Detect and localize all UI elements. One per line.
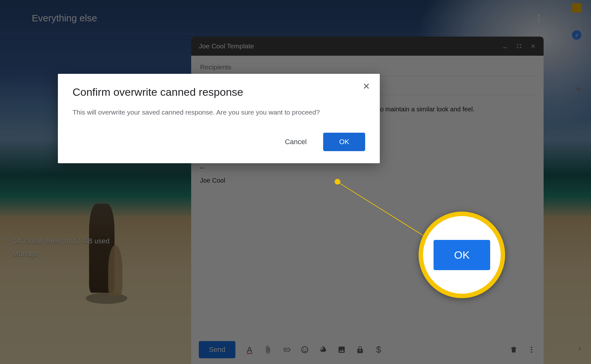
dialog-actions: Cancel OK: [73, 133, 365, 151]
ok-button[interactable]: OK: [323, 133, 365, 151]
callout-zoom-circle: OK: [419, 212, 505, 298]
dialog-scrim[interactable]: [0, 0, 591, 364]
dialog-close-icon[interactable]: ✕: [361, 81, 371, 91]
confirm-dialog: ✕ Confirm overwrite canned response This…: [58, 74, 380, 163]
callout-anchor-dot: [335, 179, 340, 185]
cancel-button[interactable]: Cancel: [277, 133, 314, 151]
dialog-title: Confirm overwrite canned response: [73, 86, 365, 98]
dialog-message: This will overwrite your saved canned re…: [73, 107, 365, 117]
callout-ok-button: OK: [434, 240, 490, 270]
